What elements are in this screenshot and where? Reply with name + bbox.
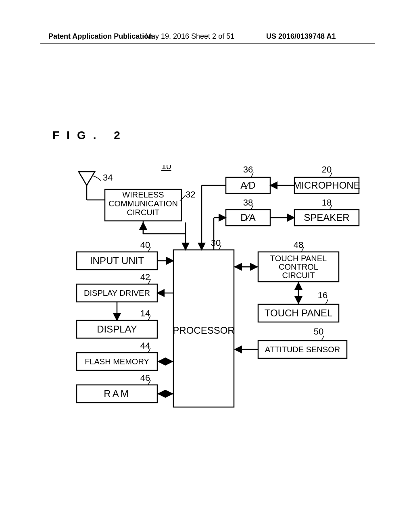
leader-wireless	[180, 195, 186, 201]
da-label: D∕A	[240, 212, 255, 223]
microphone-label: MICROPHONE	[293, 180, 360, 191]
touch-panel-label: TOUCH PANEL	[265, 308, 332, 318]
page: Patent Application Publication May 19, 2…	[0, 0, 413, 532]
display-label: DISPLAY	[97, 324, 137, 335]
display-driver-label: DISPLAY DRIVER	[84, 289, 150, 297]
ref-ram: 46	[140, 373, 150, 383]
ref-display-driver: 42	[140, 272, 150, 282]
leader-antenna	[93, 176, 101, 181]
touch-ctrl-label-2: CONTROL	[279, 262, 318, 271]
diagram-svg: 34 WIRELESS COMMUNICATION CIRCUIT 32 A∕D…	[65, 165, 371, 423]
ref-display: 14	[140, 308, 150, 318]
touch-ctrl-label-3: CIRCUIT	[282, 271, 315, 280]
ref-antenna: 34	[103, 172, 113, 183]
processor-label: PROCESSOR	[173, 325, 234, 336]
ad-label: A∕D	[240, 180, 255, 191]
speaker-label: SPEAKER	[304, 212, 349, 223]
ref-diagram: 10	[161, 165, 171, 171]
header-pub-number: US 2016/0139748 A1	[266, 32, 336, 41]
ref-wireless: 32	[186, 189, 195, 200]
ref-flash: 44	[140, 341, 150, 351]
ref-touch-panel: 16	[318, 290, 327, 300]
attitude-label: ATTITUDE SENSOR	[265, 345, 340, 354]
ref-microphone: 20	[322, 165, 332, 175]
figure-label: FIG. 2	[52, 129, 127, 142]
wireless-label-2: COMMUNICATION	[108, 199, 178, 208]
ref-speaker: 18	[322, 197, 332, 208]
ref-attitude: 50	[314, 326, 323, 337]
touch-ctrl-label-1: TOUCH PANEL	[270, 254, 327, 263]
ref-da: 38	[243, 197, 253, 208]
ref-touch-ctrl: 48	[294, 240, 303, 250]
ref-processor: 30	[211, 238, 221, 248]
antenna-icon	[79, 172, 95, 185]
header-date-sheet: May 19, 2016 Sheet 2 of 51	[145, 32, 234, 41]
ram-label: RAM	[104, 388, 130, 399]
wireless-label-1: WIRELESS	[122, 190, 164, 199]
wireless-label-3: CIRCUIT	[127, 208, 159, 217]
input-unit-label: INPUT UNIT	[90, 255, 144, 266]
ref-ad: 36	[243, 165, 253, 175]
block-diagram: 34 WIRELESS COMMUNICATION CIRCUIT 32 A∕D…	[65, 165, 371, 425]
ref-input-unit: 40	[140, 240, 150, 250]
header-publication: Patent Application Publication	[48, 32, 153, 41]
header-rule	[40, 43, 375, 44]
flash-label: FLASH MEMORY	[85, 357, 149, 366]
